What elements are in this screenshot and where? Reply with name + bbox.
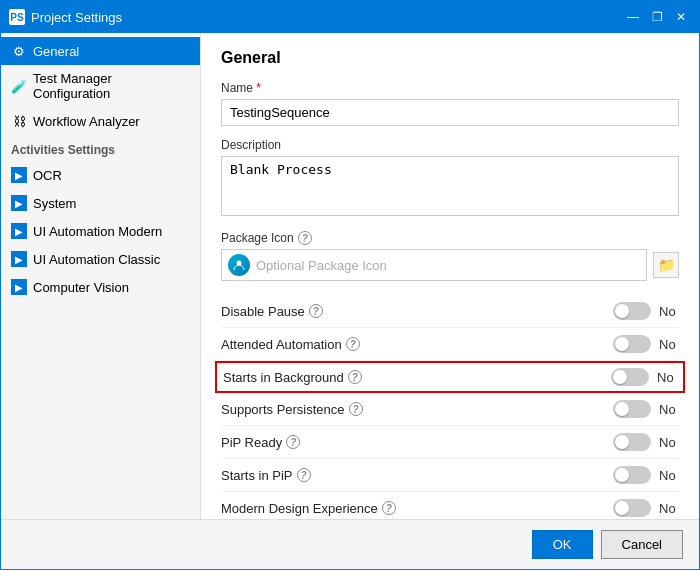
- toggle-switch-pip-ready[interactable]: [613, 433, 651, 451]
- toggle-label-starts-in-background: Starts in Background ?: [223, 370, 611, 385]
- toggle-label-disable-pause: Disable Pause ?: [221, 304, 613, 319]
- footer: OK Cancel: [1, 519, 699, 569]
- help-icon-disable-pause: ?: [309, 304, 323, 318]
- toggle-row-starts-in-background: Starts in Background ? No: [215, 361, 685, 393]
- description-input[interactable]: Blank Process: [221, 156, 679, 216]
- toggle-rows-container: Disable Pause ? No Attended Automation ?…: [221, 295, 679, 519]
- toggle-switch-starts-in-pip[interactable]: [613, 466, 651, 484]
- toggle-switch-disable-pause[interactable]: [613, 302, 651, 320]
- ok-button[interactable]: OK: [532, 530, 593, 559]
- toggle-switch-modern-design-experience[interactable]: [613, 499, 651, 517]
- package-icon-label: Package Icon ?: [221, 231, 679, 245]
- toggle-row-disable-pause: Disable Pause ? No: [221, 295, 679, 328]
- cancel-button[interactable]: Cancel: [601, 530, 683, 559]
- toggle-label-starts-in-pip: Starts in PiP ?: [221, 468, 613, 483]
- package-icon-preview: [228, 254, 250, 276]
- ocr-icon: ▶: [11, 167, 27, 183]
- activities-settings-section-label: Activities Settings: [1, 135, 200, 161]
- sidebar-item-ocr[interactable]: ▶ OCR: [1, 161, 200, 189]
- help-icon-pip-ready: ?: [286, 435, 300, 449]
- toggle-value-attended-automation: No: [659, 337, 679, 352]
- window-controls: — ❐ ✕: [623, 7, 691, 27]
- gear-icon: ⚙: [11, 43, 27, 59]
- toggle-switch-starts-in-background[interactable]: [611, 368, 649, 386]
- main-title: General: [221, 49, 679, 67]
- package-icon-browse-button[interactable]: 📁: [653, 252, 679, 278]
- app-icon: PS: [9, 9, 25, 25]
- package-icon-placeholder: Optional Package Icon: [256, 258, 640, 273]
- help-icon-supports-persistence: ?: [349, 402, 363, 416]
- package-icon-row: Optional Package Icon 📁: [221, 249, 679, 281]
- window-title: Project Settings: [31, 10, 623, 25]
- toggle-row-pip-ready: PiP Ready ? No: [221, 426, 679, 459]
- computer-vision-icon: ▶: [11, 279, 27, 295]
- package-icon-help-icon: ?: [298, 231, 312, 245]
- minimize-button[interactable]: —: [623, 7, 643, 27]
- sidebar-item-general[interactable]: ⚙ General: [1, 37, 200, 65]
- sidebar-item-system[interactable]: ▶ System: [1, 189, 200, 217]
- toggle-row-starts-in-pip: Starts in PiP ? No: [221, 459, 679, 492]
- sidebar: ⚙ General 🧪 Test Manager Configuration ⛓…: [1, 33, 201, 519]
- toggle-value-pip-ready: No: [659, 435, 679, 450]
- toggle-row-attended-automation: Attended Automation ? No: [221, 328, 679, 361]
- name-input[interactable]: [221, 99, 679, 126]
- restore-button[interactable]: ❐: [647, 7, 667, 27]
- toggle-value-disable-pause: No: [659, 304, 679, 319]
- toggle-value-supports-persistence: No: [659, 402, 679, 417]
- help-icon-starts-in-pip: ?: [297, 468, 311, 482]
- toggle-row-modern-design-experience: Modern Design Experience ? No: [221, 492, 679, 519]
- project-settings-window: PS Project Settings — ❐ ✕ ⚙ General 🧪 Te…: [0, 0, 700, 570]
- toggle-value-starts-in-pip: No: [659, 468, 679, 483]
- toggle-switch-supports-persistence[interactable]: [613, 400, 651, 418]
- toggle-row-supports-persistence: Supports Persistence ? No: [221, 393, 679, 426]
- help-icon-modern-design-experience: ?: [382, 501, 396, 515]
- sidebar-item-ui-automation-classic[interactable]: ▶ UI Automation Classic: [1, 245, 200, 273]
- required-star: *: [256, 81, 261, 95]
- sidebar-item-test-manager[interactable]: 🧪 Test Manager Configuration: [1, 65, 200, 107]
- ui-automation-classic-icon: ▶: [11, 251, 27, 267]
- toggle-label-supports-persistence: Supports Persistence ?: [221, 402, 613, 417]
- flask-icon: 🧪: [11, 78, 27, 94]
- ui-automation-modern-icon: ▶: [11, 223, 27, 239]
- toggle-label-modern-design-experience: Modern Design Experience ?: [221, 501, 613, 516]
- help-icon-attended-automation: ?: [346, 337, 360, 351]
- title-bar: PS Project Settings — ❐ ✕: [1, 1, 699, 33]
- main-panel: General Name * Description Blank Process…: [201, 33, 699, 519]
- help-icon-starts-in-background: ?: [348, 370, 362, 384]
- sidebar-item-ui-automation-modern[interactable]: ▶ UI Automation Modern: [1, 217, 200, 245]
- toggle-value-modern-design-experience: No: [659, 501, 679, 516]
- name-label: Name *: [221, 81, 679, 95]
- toggle-switch-attended-automation[interactable]: [613, 335, 651, 353]
- description-label: Description: [221, 138, 679, 152]
- toggle-value-starts-in-background: No: [657, 370, 677, 385]
- sidebar-item-computer-vision[interactable]: ▶ Computer Vision: [1, 273, 200, 301]
- toggle-label-pip-ready: PiP Ready ?: [221, 435, 613, 450]
- toggle-label-attended-automation: Attended Automation ?: [221, 337, 613, 352]
- sidebar-item-workflow-analyzer[interactable]: ⛓ Workflow Analyzer: [1, 107, 200, 135]
- system-icon: ▶: [11, 195, 27, 211]
- network-icon: ⛓: [11, 113, 27, 129]
- package-icon-input[interactable]: Optional Package Icon: [221, 249, 647, 281]
- content-area: ⚙ General 🧪 Test Manager Configuration ⛓…: [1, 33, 699, 519]
- close-button[interactable]: ✕: [671, 7, 691, 27]
